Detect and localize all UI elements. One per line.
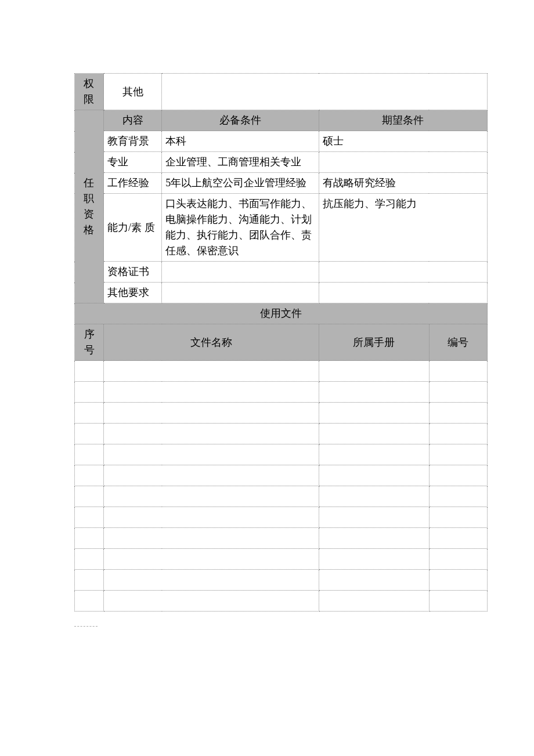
qual-edu-required: 本科 <box>162 131 319 152</box>
permission-label: 权限 <box>75 74 104 110</box>
files-row <box>75 591 488 612</box>
files-row <box>75 444 488 465</box>
qual-row-cert: 资格证书 <box>75 262 488 283</box>
qual-ability-desired: 抗压能力、学习能力 <box>319 194 487 262</box>
qual-cert-desired <box>319 262 487 283</box>
qual-edu-desired: 硕士 <box>319 131 487 152</box>
job-spec-table: 权限 其他 任 职 资 格 内容 必备条件 期望条件 教育背景 本科 硕士 专业… <box>74 73 488 612</box>
files-row <box>75 465 488 486</box>
qual-major-desired <box>319 152 487 173</box>
files-row <box>75 403 488 424</box>
qual-other-desired <box>319 283 487 303</box>
qual-row-exp: 工作经验 5年以上航空公司企业管理经验 有战略研究经验 <box>75 173 488 194</box>
qual-header-required: 必备条件 <box>162 110 319 131</box>
files-header-name: 文件名称 <box>104 324 319 361</box>
qual-cert-label: 资格证书 <box>104 262 162 283</box>
files-title-row: 使用文件 <box>75 303 488 324</box>
qual-major-label: 专业 <box>104 152 162 173</box>
files-header-manual: 所属手册 <box>319 324 429 361</box>
files-title: 使用文件 <box>75 303 488 324</box>
qual-other-label: 其他要求 <box>104 283 162 303</box>
qual-cert-required <box>162 262 319 283</box>
qual-row-ability: 能力/素 质 口头表达能力、书面写作能力、电脑操作能力、沟通能力、计划能力、执行… <box>75 194 488 262</box>
files-row <box>75 549 488 570</box>
qual-row-edu: 教育背景 本科 硕士 <box>75 131 488 152</box>
files-row <box>75 570 488 591</box>
qual-row-major: 专业 企业管理、工商管理相关专业 <box>75 152 488 173</box>
qual-header-content: 内容 <box>104 110 162 131</box>
files-header-row: 序 号 文件名称 所属手册 编号 <box>75 324 488 361</box>
qual-exp-required: 5年以上航空公司企业管理经验 <box>162 173 319 194</box>
qual-header-row: 任 职 资 格 内容 必备条件 期望条件 <box>75 110 488 131</box>
qual-ability-label: 能力/素 质 <box>104 194 162 262</box>
files-row <box>75 424 488 444</box>
files-header-seq: 序 号 <box>75 324 104 361</box>
qual-major-required: 企业管理、工商管理相关专业 <box>162 152 319 173</box>
files-header-no: 编号 <box>429 324 487 361</box>
files-row <box>75 507 488 528</box>
permission-row: 权限 其他 <box>75 74 488 110</box>
qual-ability-required: 口头表达能力、书面写作能力、电脑操作能力、沟通能力、计划能力、执行能力、团队合作… <box>162 194 319 262</box>
qual-side-label: 任 职 资 格 <box>75 110 104 303</box>
files-row <box>75 382 488 403</box>
files-row <box>75 486 488 507</box>
permission-value <box>162 74 488 110</box>
qual-edu-label: 教育背景 <box>104 131 162 152</box>
files-row <box>75 361 488 382</box>
qual-header-desired: 期望条件 <box>319 110 487 131</box>
qual-exp-desired: 有战略研究经验 <box>319 173 487 194</box>
other-label: 其他 <box>104 74 162 110</box>
qual-exp-label: 工作经验 <box>104 173 162 194</box>
qual-other-required <box>162 283 319 303</box>
qual-row-other: 其他要求 <box>75 283 488 303</box>
footer-dash <box>74 622 98 627</box>
files-row <box>75 528 488 549</box>
